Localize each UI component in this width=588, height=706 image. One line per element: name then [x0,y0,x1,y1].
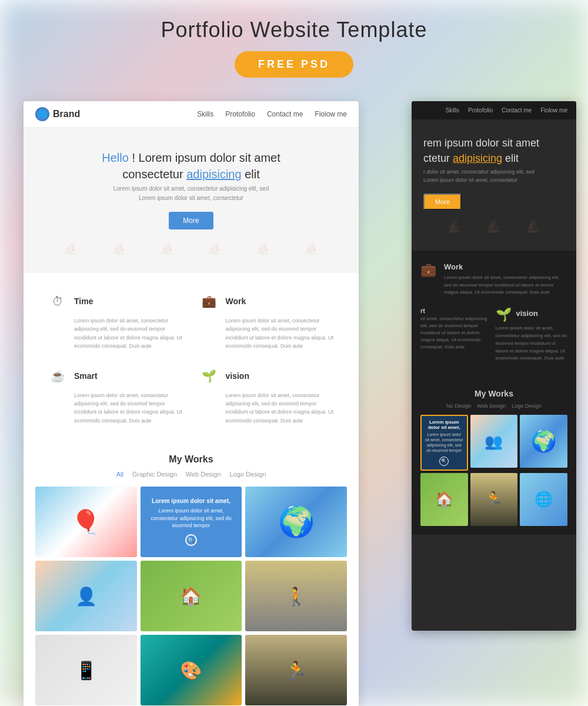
hero-more-button[interactable]: More [169,212,213,229]
sailboat-5: ⛵ [256,241,270,255]
feature-time-title: Time [74,297,93,306]
dark-nav-contact[interactable]: Contact me [502,107,532,114]
dark-work-avatars[interactable]: 👥 [470,415,518,468]
hero-adipisicing: adipisicing [186,168,241,181]
dark-works: My Works hic Design Web Design Logo Desi… [412,380,576,534]
dark-hero-elit: elit [505,152,519,164]
dark-features: 💼 Work Lorem ipsum dolor sit amet, conse… [412,251,576,380]
dark-vision-title: vision [516,309,539,318]
dark-nav-protofolio[interactable]: Protofolio [468,107,493,114]
features-section: ⏱ Time Lorem ipsum dolor sit amet, conse… [24,273,359,442]
feature-vision-header: 🌱 vision [199,365,336,387]
works-section: My Works All Graphic Design Web Design L… [24,442,359,706]
work-item-abstract[interactable]: 🎨 [141,635,242,705]
dark-filter-web[interactable]: Web Design [477,403,506,409]
feature-vision: 🌱 vision Lorem ipsum dolor sit amet, con… [199,365,336,425]
nav-skills[interactable]: Skills [197,110,213,118]
brand-name: Brand [53,109,80,119]
hero-subtitle: consectetur adipisicing elit [35,168,347,181]
dark-sailboat-1: ⛵ [447,219,462,233]
dark-feature-partial: rt sit amet, consectetur adipisicing eli… [420,307,567,362]
smart-icon: ☕ [47,365,68,387]
dark-nav: Skills Protofolio Contact me Fiolow me [412,101,576,119]
dark-hero-text: r dolor sit amet, consectetur adipisicin… [423,168,564,185]
dark-work-overlay[interactable]: Lorem ipsum dolor sit amet, Lorem ipsum … [420,415,468,470]
feature-smart-text: Lorem ipsum dolor sit amet, consectetur … [47,391,184,425]
nav-follow[interactable]: Fiolow me [315,110,347,118]
dark-nav-follow[interactable]: Fiolow me [540,107,567,114]
filter-all[interactable]: All [116,471,123,478]
dark-hero: rem ipsum dolor sit amet ctetur adipisic… [412,119,576,251]
work-item-street[interactable]: 🚶 [245,561,347,631]
sailboat-1: ⛵ [64,241,78,255]
work-item-balloons[interactable]: 🎈 [35,487,137,557]
work-item-house[interactable]: 🏠 [141,561,242,631]
nav-contact[interactable]: Contact me [267,110,303,118]
nav-protofolio[interactable]: Protofolio [225,110,255,118]
work-item-tablet[interactable]: 📱 [35,635,137,705]
feature-smart-header: ☕ Smart [47,365,184,387]
feature-time: ⏱ Time Lorem ipsum dolor sit amet, conse… [47,291,184,351]
feature-smart: ☕ Smart Lorem ipsum dolor sit amet, cons… [47,365,184,425]
dark-sailboat-3: ⛵ [526,219,540,233]
overlay-text: Lorem ipsum dolor sit amet, consectetur … [146,507,236,530]
dark-vision-icon: 🌱 [496,307,513,322]
sailboat-6: ⛵ [304,241,319,255]
free-psd-badge: FREE PSD [235,51,353,78]
dark-feature-work-content: Work Lorem ipsum dolor sit amet, consect… [444,262,567,297]
sailboat-3: ⛵ [160,241,175,255]
feature-work: 💼 Work Lorem ipsum dolor sit amet, conse… [199,291,336,351]
hero-title-text: ! Lorem ipsum dolor sit amet [132,151,280,164]
dark-works-grid: Lorem ipsum dolor sit amet, Lorem ipsum … [420,415,567,525]
dark-hero-more-button[interactable]: More [423,194,462,210]
dark-work-map[interactable]: 🌍 [520,415,567,468]
filter-web[interactable]: Web Design [186,471,221,478]
time-icon: ⏱ [47,291,68,312]
dark-overlay-search-icon[interactable]: 🔍 [439,457,449,466]
dark-sailboat-2: ⛵ [486,219,501,233]
features-grid: ⏱ Time Lorem ipsum dolor sit amet, conse… [47,291,335,425]
dark-work-icon: 💼 [420,262,438,297]
work-item-overlay[interactable]: Lorem ipsum dolor sit amet, Lorem ipsum … [141,487,242,557]
sailboat-4: ⛵ [208,241,222,255]
feature-vision-title: vision [226,371,249,381]
feature-time-text: Lorem ipsum dolor sit amet, consectetur … [47,317,184,351]
dark-vision-text: Lorem ipsum dolor sit amet, consectetur … [496,325,568,362]
hero-title: Hello ! Lorem ipsum dolor sit amet [35,151,347,165]
dark-nav-skills[interactable]: Skills [446,107,459,114]
dark-filter-logo[interactable]: Logo Design [512,403,542,409]
dark-hero-text1: rem ipsum dolor sit amet [423,137,539,149]
light-preview: 🌐 Brand Skills Protofolio Contact me Fio… [24,101,359,706]
filter-logo[interactable]: Logo Design [230,471,266,478]
sailboats-decoration: ⛵ ⛵ ⛵ ⛵ ⛵ ⛵ [35,241,347,255]
works-filter: All Graphic Design Web Design Logo Desig… [35,471,347,478]
dark-work-person[interactable]: 🏃 [470,473,518,526]
work-item-person[interactable]: 👤 [35,561,137,631]
dark-work-globe[interactable]: 🌐 [520,473,567,526]
work-item-street2[interactable]: 🏃 [245,635,347,705]
dark-overlay-title: Lorem ipsum dolor sit amet, [425,419,463,430]
page-wrapper: Portfolio Website Template FREE PSD 🌐 Br… [0,0,588,706]
hero-hello: Hello [102,151,129,164]
feature-smart-title: Smart [74,371,98,381]
dark-filter-graphic[interactable]: hic Design [446,403,471,409]
work-item-map[interactable]: 🌍 [245,487,347,557]
previews-container: 🌐 Brand Skills Protofolio Contact me Fio… [0,89,588,706]
overlay-search-icon[interactable]: 🔍 [185,534,197,546]
dark-hero-line1: r dolor sit amet, consectetur adipisicin… [423,168,564,176]
filter-graphic[interactable]: Graphic Design [132,471,177,478]
works-grid: 🎈 Lorem ipsum dolor sit amet, Lorem ipsu… [35,487,347,705]
dark-works-title: My Works [420,389,567,398]
dark-overlay-text: Lorem ipsum dolor sit amet, consectetur … [425,432,463,453]
dark-partial-text: rt sit amet, consectetur adipisicing eli… [420,307,493,362]
top-header: Portfolio Website Template FREE PSD [0,0,588,89]
feature-work-text: Lorem ipsum dolor sit amet, consectetur … [199,317,336,351]
feature-work-header: 💼 Work [199,291,336,312]
light-nav-links: Skills Protofolio Contact me Fiolow me [197,110,347,118]
dark-work-house[interactable]: 🏠 [420,473,468,526]
brand-logo: 🌐 Brand [35,107,80,121]
vision-icon: 🌱 [199,365,220,387]
dark-works-filter: hic Design Web Design Logo Design [420,403,567,409]
hero-elit: elit [245,168,260,181]
dark-smart-title: rt [420,307,493,314]
